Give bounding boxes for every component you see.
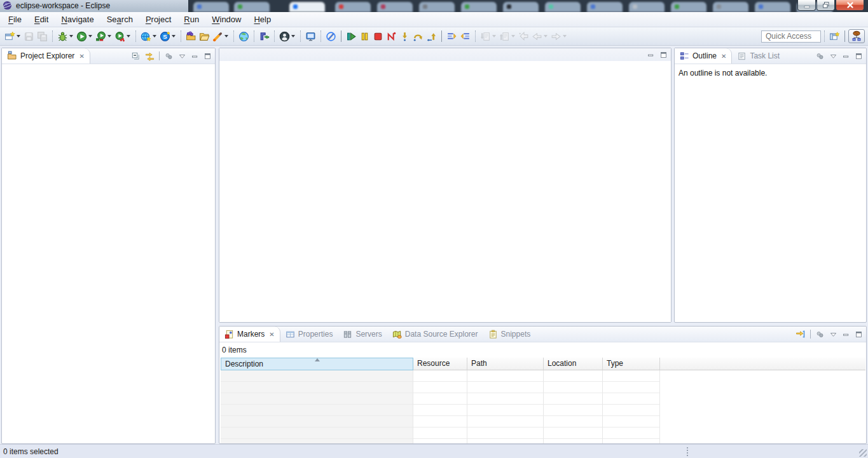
- statusbar-drag-handle[interactable]: [687, 447, 689, 456]
- tab-outline[interactable]: Outline ✕: [675, 48, 732, 64]
- back-dropdown-arrow[interactable]: [544, 35, 548, 37]
- column-header-filler: [660, 358, 865, 370]
- new-web-dropdown-arrow[interactable]: [153, 35, 156, 37]
- maximize-view-icon[interactable]: [855, 52, 863, 60]
- focus-task-icon[interactable]: [815, 330, 825, 339]
- step-over-icon[interactable]: [411, 29, 425, 44]
- tab-servers[interactable]: Servers: [338, 327, 387, 342]
- disconnect-icon[interactable]: [385, 29, 398, 44]
- javaee-perspective-button[interactable]: [848, 29, 865, 43]
- minimize-view-icon[interactable]: [842, 330, 850, 339]
- coverage-dropdown-arrow[interactable]: [107, 35, 111, 37]
- window-resize-grip[interactable]: [859, 449, 867, 457]
- open-file-icon[interactable]: [198, 29, 211, 44]
- view-menu-icon[interactable]: [178, 52, 186, 60]
- minimize-editor-icon[interactable]: [647, 51, 655, 59]
- run-dropdown-arrow[interactable]: [88, 35, 92, 37]
- menu-search[interactable]: Search: [100, 13, 139, 26]
- convert-launch-icon[interactable]: [258, 29, 271, 44]
- profile-icon[interactable]: [113, 29, 127, 44]
- tab-properties[interactable]: Properties: [280, 327, 338, 342]
- project-explorer-tree[interactable]: [2, 64, 215, 443]
- menu-help[interactable]: Help: [247, 13, 277, 26]
- next-annotation-icon[interactable]: [445, 29, 458, 44]
- view-menu-icon[interactable]: [829, 52, 837, 60]
- step-return-icon[interactable]: [425, 29, 438, 44]
- column-header-type[interactable]: Type: [603, 358, 660, 370]
- tab-label: Servers: [355, 330, 382, 339]
- titlebar[interactable]: eclipse-workspace - Eclipse: [0, 0, 868, 12]
- focus-task-icon[interactable]: [164, 51, 174, 61]
- user-profile-icon[interactable]: [278, 29, 291, 44]
- console-icon[interactable]: [304, 29, 317, 44]
- resume-icon[interactable]: [345, 29, 358, 44]
- new-dropdown-arrow[interactable]: [17, 35, 20, 37]
- debug-dropdown-arrow[interactable]: [69, 35, 73, 37]
- last-edit-location-icon[interactable]: [517, 29, 530, 44]
- column-header-resource[interactable]: Resource: [413, 358, 467, 370]
- previous-annotation-icon[interactable]: [458, 29, 472, 44]
- menu-edit[interactable]: Edit: [28, 13, 55, 26]
- next-edit-dropdown-arrow[interactable]: [492, 35, 496, 37]
- close-tab-icon[interactable]: ✕: [720, 53, 726, 60]
- suspend-icon[interactable]: [358, 29, 371, 44]
- debug-icon[interactable]: [56, 29, 69, 44]
- run-icon[interactable]: [75, 29, 88, 44]
- user-profile-dropdown-arrow[interactable]: [291, 35, 295, 37]
- collapse-all-icon[interactable]: [131, 51, 141, 61]
- tab-snippets[interactable]: Snippets: [483, 327, 536, 342]
- menu-window[interactable]: Window: [205, 13, 247, 26]
- menu-file[interactable]: File: [2, 13, 28, 26]
- window-restore-button[interactable]: [816, 0, 835, 11]
- coverage-icon[interactable]: [94, 29, 107, 44]
- menu-navigate[interactable]: Navigate: [55, 13, 100, 26]
- terminate-icon[interactable]: [371, 29, 385, 44]
- minimize-view-icon[interactable]: [842, 52, 850, 60]
- step-into-icon[interactable]: [398, 29, 411, 44]
- column-header-description[interactable]: Description: [221, 358, 413, 370]
- new-wizard-icon[interactable]: [3, 29, 17, 44]
- profile-dropdown-arrow[interactable]: [127, 35, 130, 37]
- maximize-view-icon[interactable]: [203, 52, 212, 60]
- forward-dropdown-arrow[interactable]: [563, 35, 567, 37]
- web-service-icon[interactable]: S: [158, 29, 172, 44]
- menu-project[interactable]: Project: [139, 13, 177, 26]
- web-service-dropdown-arrow[interactable]: [172, 35, 176, 37]
- search-torch-dropdown-arrow[interactable]: [224, 35, 228, 37]
- skip-breakpoints-icon[interactable]: [324, 29, 338, 44]
- close-tab-icon[interactable]: ✕: [78, 53, 84, 60]
- servers-icon: [343, 330, 352, 339]
- focus-task-icon[interactable]: [815, 51, 825, 61]
- link-markers-icon[interactable]: [796, 329, 806, 339]
- import-archive-icon[interactable]: [184, 29, 198, 44]
- tab-data-source-explorer[interactable]: Data Source Explorer: [387, 327, 483, 342]
- previous-edit-location-icon[interactable]: [498, 29, 511, 44]
- view-menu-icon[interactable]: [829, 330, 837, 339]
- quick-access-input[interactable]: [761, 30, 821, 43]
- next-edit-location-icon[interactable]: [479, 29, 492, 44]
- save-icon[interactable]: [22, 29, 36, 44]
- search-torch-icon[interactable]: [211, 29, 224, 44]
- maximize-view-icon[interactable]: [855, 330, 863, 339]
- open-perspective-icon[interactable]: [828, 29, 841, 44]
- back-icon[interactable]: [530, 29, 544, 44]
- tab-markers[interactable]: Markers ✕: [219, 327, 280, 342]
- tab-project-explorer[interactable]: Project Explorer ✕: [2, 48, 90, 64]
- editor-canvas[interactable]: [219, 61, 671, 322]
- column-header-path[interactable]: Path: [467, 358, 544, 370]
- close-tab-icon[interactable]: ✕: [268, 331, 274, 338]
- new-web-project-icon[interactable]: [139, 29, 153, 44]
- column-header-location[interactable]: Location: [544, 358, 603, 370]
- tab-task-list[interactable]: Task List: [732, 48, 785, 64]
- link-with-editor-icon[interactable]: [145, 51, 155, 61]
- minimize-view-icon[interactable]: [191, 52, 199, 60]
- maximize-editor-icon[interactable]: [659, 51, 668, 59]
- task-list-icon: [737, 51, 747, 61]
- save-all-icon[interactable]: [36, 29, 49, 44]
- menu-run[interactable]: Run: [177, 13, 205, 26]
- web-browser-icon[interactable]: [237, 29, 251, 44]
- window-minimize-button[interactable]: [797, 0, 816, 11]
- window-close-button[interactable]: [836, 0, 864, 11]
- forward-icon[interactable]: [549, 29, 563, 44]
- previous-edit-dropdown-arrow[interactable]: [511, 35, 515, 37]
